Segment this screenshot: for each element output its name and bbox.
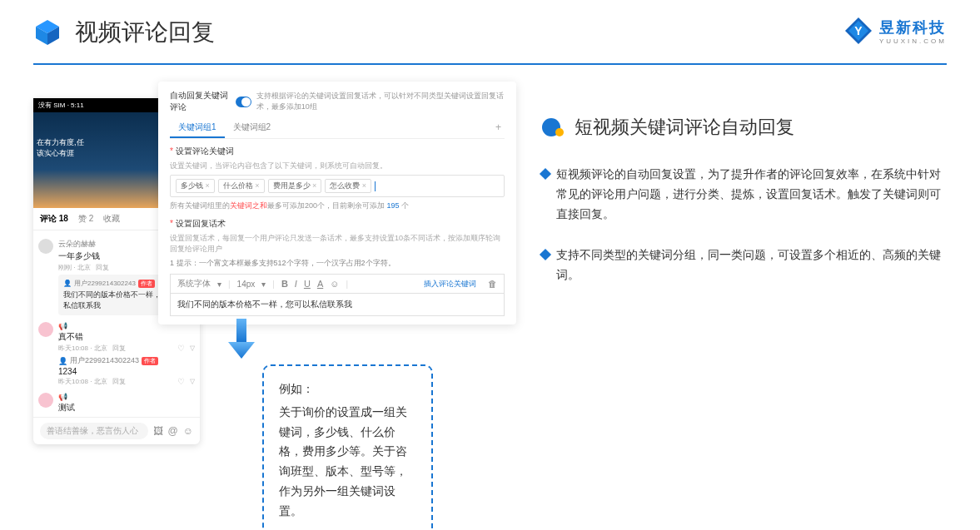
comment-text: 测试 <box>58 402 195 414</box>
comment-item: 📢 真不错 昨天10:08 · 北京 回复 ♡ ▽ 👤 用户2299214302… <box>38 319 195 389</box>
author-badge: 作者 <box>142 357 158 365</box>
comment-replylink[interactable]: 回复 <box>112 377 126 386</box>
emoji-icon[interactable]: ☺ <box>183 425 193 437</box>
avatar <box>38 322 53 337</box>
bullet-text: 短视频评论的自动回复设置，为了提升作者的评论回复效率，在系统中针对常见的评论用户… <box>556 165 947 224</box>
reply-hint: 1 提示：一个富文本框最多支持512个字符，一个汉字占用2个字符。 <box>170 258 505 269</box>
size-select[interactable]: 14px <box>237 280 256 289</box>
svg-text:Y: Y <box>854 24 863 37</box>
brand-name: 昱新科技 <box>879 17 947 37</box>
editor-toolbar: 系统字体▾ | 14px▾ | B I U A ☺ | 插入评论关键词 🗑 <box>170 274 505 293</box>
font-select[interactable]: 系统字体 <box>177 278 211 290</box>
image-icon[interactable]: 🖼 <box>153 425 163 437</box>
brand-sub: YUUXIN.COM <box>879 37 947 45</box>
example-body: 关于询价的设置成一组关键词，多少钱、什么价格，费用多少等。关于咨询班型、版本、型… <box>279 403 416 522</box>
brand-icon: Y <box>844 17 873 45</box>
bullet-icon <box>540 249 551 260</box>
insert-keyword-link[interactable]: 插入评论关键词 <box>424 279 476 290</box>
add-group-button[interactable]: + <box>492 118 505 138</box>
tab-likes[interactable]: 赞 2 <box>78 213 93 225</box>
keyword-chip[interactable]: 多少钱 <box>176 179 215 193</box>
keyword-limit-hint: 所有关键词组里的关键词之和最多可添加200个，目前剩余可添加 195 个 <box>170 201 505 211</box>
help-reply: 设置回复话术，每回复一个用户评论只发送一条话术，最多支持设置10条不同话术，按添… <box>170 233 505 255</box>
reply-user: 用户2299214302243 <box>74 279 136 288</box>
comment-replylink[interactable]: 回复 <box>96 263 109 272</box>
bullet-icon <box>540 168 551 180</box>
svg-marker-7 <box>228 342 255 359</box>
comment-time: 昨天10:08 · 北京 <box>58 377 107 386</box>
config-desc: 支持根据评论的关键词设置回复话术，可以针对不同类型关键词设置回复话术，最多添加1… <box>256 91 505 112</box>
comment-input[interactable]: 善语结善缘，恶言伤人心 <box>40 423 148 439</box>
arrow-icon <box>225 319 258 364</box>
comment-time: 刚刚 · 北京 <box>58 263 91 272</box>
avatar <box>38 239 53 254</box>
page-title: 视频评论回复 <box>75 17 215 48</box>
reply-user: 用户2299214302243 <box>70 355 139 366</box>
bookmark-icon[interactable]: ▽ <box>190 378 195 385</box>
bold-icon[interactable]: B <box>281 279 288 289</box>
help-keywords: 设置关键词，当评论内容包含了以下关键词，则系统可自动回复。 <box>170 161 505 171</box>
delete-icon[interactable]: 🗑 <box>488 279 497 289</box>
comment-replylink[interactable]: 回复 <box>112 344 126 353</box>
example-title: 例如： <box>279 379 416 399</box>
chevron-down-icon[interactable]: ▾ <box>261 280 266 289</box>
user-icon: 👤 <box>63 280 72 287</box>
emoji-icon[interactable]: ☺ <box>330 279 339 289</box>
keyword-chip[interactable]: 什么价格 <box>218 179 265 193</box>
keyword-chip[interactable]: 怎么收费 <box>325 179 371 193</box>
heading-icon <box>541 116 565 139</box>
svg-point-9 <box>555 128 564 136</box>
bullet-text: 支持不同类型的关键词分组，同一类问题，可设置多个相近的、高频的关键词。 <box>556 245 947 285</box>
label-keywords: 设置评论关键词 <box>170 146 505 157</box>
comment-item: 📢 测试 <box>38 389 195 417</box>
tab-kwgroup-2[interactable]: 关键词组2 <box>225 118 280 138</box>
keyword-chip[interactable]: 费用是多少 <box>268 179 322 193</box>
underline-icon[interactable]: U <box>304 279 311 289</box>
comment-text: 真不错 <box>58 331 195 343</box>
config-title: 自动回复关键词评论 <box>170 90 231 113</box>
reply-editor[interactable]: 我们不同的版本价格不一样，您可以私信联系我 <box>170 293 505 316</box>
toggle-switch[interactable] <box>236 97 251 107</box>
author-badge: 作者 <box>138 280 155 288</box>
broadcast-icon: 📢 <box>58 322 67 330</box>
text-cursor <box>375 181 376 191</box>
brand-logo: Y 昱新科技 YUUXIN.COM <box>844 17 947 45</box>
user-icon: 👤 <box>58 357 67 365</box>
bookmark-icon[interactable]: ▽ <box>190 344 195 352</box>
color-icon[interactable]: A <box>317 279 323 289</box>
svg-rect-6 <box>236 319 246 342</box>
chevron-down-icon[interactable]: ▾ <box>217 280 221 289</box>
avatar <box>38 393 53 408</box>
comment-time: 昨天10:08 · 北京 <box>58 344 107 353</box>
broadcast-icon: 📢 <box>58 393 67 401</box>
keyword-input[interactable]: 多少钱 什么价格 费用是多少 怎么收费 <box>170 175 505 197</box>
tab-collect[interactable]: 收藏 <box>103 213 120 225</box>
tab-kwgroup-1[interactable]: 关键词组1 <box>170 118 225 138</box>
tab-comments[interactable]: 评论 18 <box>40 213 68 225</box>
comment-text: 1234 <box>58 367 195 376</box>
example-box: 例如： 关于询价的设置成一组关键词，多少钱、什么价格，费用多少等。关于咨询班型、… <box>262 364 433 530</box>
at-icon[interactable]: @ <box>168 425 178 437</box>
config-panel: 自动回复关键词评论 支持根据评论的关键词设置回复话术，可以针对不同类型关键词设置… <box>158 82 516 324</box>
heart-icon[interactable]: ♡ <box>177 377 185 386</box>
section-heading: 短视频关键词评论自动回复 <box>575 115 794 140</box>
heart-icon[interactable]: ♡ <box>177 344 185 353</box>
label-reply: 设置回复话术 <box>170 218 505 230</box>
cube-icon <box>33 18 62 47</box>
italic-icon[interactable]: I <box>295 279 297 289</box>
